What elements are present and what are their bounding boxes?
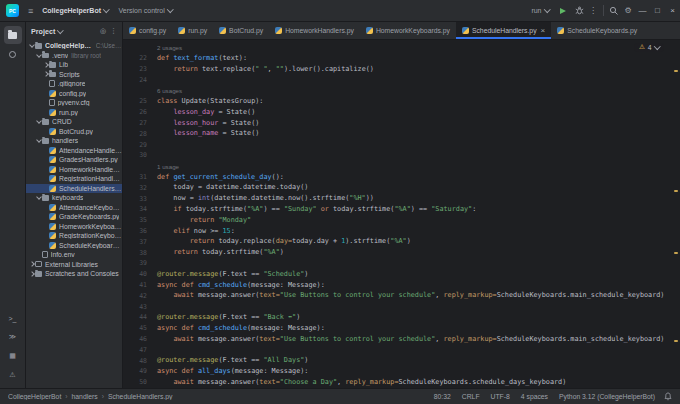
tree-item-AttendanceHandlers.py[interactable]: AttendanceHandlers.py: [26, 146, 122, 156]
pycharm-logo-icon[interactable]: PC: [6, 4, 19, 17]
line-number[interactable]: 37: [123, 238, 147, 246]
line-number[interactable]: 24: [123, 76, 147, 84]
code-line[interactable]: async def all_days(message: Message):: [157, 366, 308, 377]
tree-item-AttendanceKeyboards.py[interactable]: AttendanceKeyboards.py: [26, 203, 122, 213]
editor-code[interactable]: ⚠ 4 2 usages22def text_format(text):23 r…: [123, 40, 680, 388]
code-line[interactable]: @router.message(F.text == "All Days"): [157, 355, 308, 366]
tree-item-RegistrationHandlers.py[interactable]: RegistrationHandlers.py: [26, 174, 122, 184]
line-number[interactable]: 41: [123, 281, 147, 289]
code-line[interactable]: return today.replace(day=today.day + 1).…: [157, 236, 411, 247]
tree-item-config.py[interactable]: config.py: [26, 89, 122, 99]
usages-hint[interactable]: 2 usages: [157, 44, 182, 51]
line-separator[interactable]: CRLF: [462, 393, 480, 400]
code-line[interactable]: await message.answer(text="Use Buttons t…: [157, 334, 664, 345]
tab-HomeworkHandlers.py[interactable]: HomeworkHandlers.py: [269, 22, 360, 39]
code-line[interactable]: @router.message(F.text == "Back ⬅"): [157, 312, 300, 323]
line-number[interactable]: 22: [123, 54, 147, 62]
tab-run.py[interactable]: run.py: [172, 22, 213, 39]
line-number[interactable]: 47: [123, 346, 147, 354]
caret-position[interactable]: 80:32: [434, 393, 451, 400]
tab-close-icon[interactable]: ×: [541, 27, 546, 35]
tree-item-External Libraries[interactable]: External Libraries: [26, 260, 122, 270]
tree-item-Lib[interactable]: Lib: [26, 60, 122, 70]
tree-item-Info.env[interactable]: Info.env: [26, 250, 122, 260]
chevron-down-icon[interactable]: [35, 139, 42, 142]
services-icon[interactable]: ▦: [4, 347, 22, 365]
line-number[interactable]: 30: [123, 151, 147, 159]
line-number[interactable]: 31: [123, 173, 147, 181]
code-line[interactable]: today = datetime.datetime.today(): [157, 182, 308, 193]
chevron-down-icon[interactable]: [35, 196, 42, 199]
breadcrumb-item[interactable]: handlers: [72, 393, 98, 400]
code-line[interactable]: def get_current_schedule_day():: [157, 172, 284, 183]
tab-config.py[interactable]: config.py: [123, 22, 172, 39]
code-line[interactable]: return "Monday": [157, 215, 251, 226]
line-number[interactable]: 38: [123, 249, 147, 257]
tree-item-Scripts[interactable]: Scripts: [26, 70, 122, 80]
run-config-widget[interactable]: run: [526, 0, 554, 22]
code-line[interactable]: @router.message(F.text == "Schedule"): [157, 269, 308, 280]
tree-item-CollegeHelperBot[interactable]: CollegeHelperBotC:\Users\...: [26, 41, 122, 51]
code-line[interactable]: async def cmd_schedule(message: Message)…: [157, 323, 325, 334]
tree-item-RegistrationKeyboards.py[interactable]: RegistrationKeyboards.py: [26, 231, 122, 241]
commit-icon[interactable]: [4, 45, 22, 63]
search-icon[interactable]: [607, 0, 621, 22]
tree-item-GradeKeyboards.py[interactable]: GradeKeyboards.py: [26, 212, 122, 222]
terminal-icon[interactable]: >_: [4, 309, 22, 327]
python-console-icon[interactable]: ≫: [4, 328, 22, 346]
close-button[interactable]: ×: [665, 0, 680, 22]
line-number[interactable]: 35: [123, 216, 147, 224]
locate-file-icon[interactable]: ◎: [100, 27, 106, 35]
tree-item-ScheduleKeyboards.py[interactable]: ScheduleKeyboards.py: [26, 241, 122, 251]
project-panel-title[interactable]: Project: [31, 27, 55, 36]
tab-BotCrud.py[interactable]: BotCrud.py: [213, 22, 269, 39]
breadcrumb-item[interactable]: ScheduleHandlers.py: [108, 393, 173, 400]
tree-item-CRUD[interactable]: CRUD: [26, 117, 122, 127]
usages-hint[interactable]: 6 usages: [157, 87, 182, 94]
line-number[interactable]: 50: [123, 378, 147, 386]
chevron-down-icon[interactable]: [35, 54, 42, 57]
code-line[interactable]: elif now >= 15:: [157, 226, 235, 237]
line-number[interactable]: 42: [123, 292, 147, 300]
tree-item-HomeworkKeyboards.py[interactable]: HomeworkKeyboards.py: [26, 222, 122, 232]
settings-gear-icon[interactable]: ⚙: [621, 0, 635, 22]
debug-bug-icon[interactable]: [572, 0, 586, 22]
code-line[interactable]: if today.strftime("%A") == "Sunday" or t…: [157, 204, 476, 215]
tree-item-HomeworkHandlers.py[interactable]: HomeworkHandlers.py: [26, 165, 122, 175]
tree-item-.venv[interactable]: .venvlibrary root: [26, 51, 122, 61]
chevron-down-icon[interactable]: [28, 44, 35, 47]
tab-HomeworkKeyboards.py[interactable]: HomeworkKeyboards.py: [360, 22, 456, 39]
vcs-widget[interactable]: Version control: [114, 0, 178, 22]
usages-hint[interactable]: 1 usage: [157, 163, 179, 170]
main-menu-icon[interactable]: ≡: [24, 6, 37, 16]
code-line[interactable]: await message.answer(text="Use Buttons t…: [157, 290, 664, 301]
notifications-bell-icon[interactable]: [664, 389, 672, 404]
line-number[interactable]: 36: [123, 227, 147, 235]
chevron-right-icon[interactable]: [42, 72, 49, 76]
line-number[interactable]: 28: [123, 130, 147, 138]
code-line[interactable]: lesson_name = State(): [157, 128, 259, 139]
tab-ScheduleHandlers.py[interactable]: ScheduleHandlers.py×: [456, 22, 551, 39]
panel-options-icon[interactable]: ⋮: [110, 27, 117, 35]
line-number[interactable]: 25: [123, 97, 147, 105]
line-number[interactable]: 39: [123, 259, 147, 267]
line-number[interactable]: 26: [123, 108, 147, 116]
tree-item-GradesHandlers.py[interactable]: GradesHandlers.py: [26, 155, 122, 165]
tree-item-run.py[interactable]: run.py: [26, 108, 122, 118]
code-line[interactable]: await message.answer(text="Choose a Day"…: [157, 377, 566, 388]
line-number[interactable]: 34: [123, 205, 147, 213]
project-widget[interactable]: CollegeHelperBot: [37, 0, 113, 22]
line-number[interactable]: 46: [123, 335, 147, 343]
line-number[interactable]: 45: [123, 324, 147, 332]
line-number[interactable]: 33: [123, 195, 147, 203]
chevron-down-icon[interactable]: [35, 120, 42, 123]
tree-item-pyvenv.cfg[interactable]: pyvenv.cfg: [26, 98, 122, 108]
code-line[interactable]: now = int(datetime.datetime.now().strfti…: [157, 193, 374, 204]
breadcrumb-item[interactable]: CollegeHelperBot: [8, 393, 61, 400]
chevron-right-icon[interactable]: [28, 262, 35, 266]
inspections-widget[interactable]: ⚠ 4: [634, 43, 664, 52]
problems-icon[interactable]: ⚠: [4, 366, 22, 384]
tree-item-.gitignore[interactable]: .gitignore: [26, 79, 122, 89]
code-line[interactable]: class Update(StatesGroup):: [157, 96, 263, 107]
line-number[interactable]: 44: [123, 313, 147, 321]
